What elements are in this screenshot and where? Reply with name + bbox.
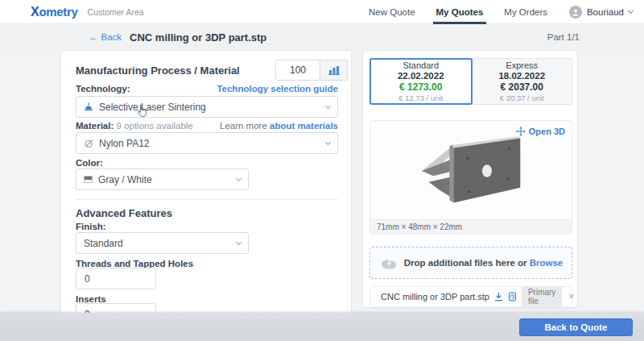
section-title: Manufacturing Process / Material [76, 64, 240, 77]
customer-area-label: Customer Area [88, 7, 144, 17]
user-menu[interactable]: Bouriaud [569, 0, 633, 24]
main-nav: New Quote My Quotes My Orders [369, 0, 547, 24]
part-indicator: Part 1/1 [547, 32, 580, 42]
shipping-option-express[interactable]: Express 18.02.2022 € 2037.00 € 20.37 / u… [472, 58, 573, 105]
material-options-hint: 9 options available [117, 121, 193, 131]
file-row: CNC milling or 3DP part.stp Primary file… [369, 286, 572, 307]
section-divider [76, 199, 338, 200]
chevron-down-icon [325, 103, 331, 109]
shipping-option-standard[interactable]: Standard 22.02.2022 € 1273.00 € 12.73 / … [369, 58, 473, 105]
shipping-name: Express [506, 60, 538, 70]
chevron-down-icon [236, 176, 242, 181]
color-value: Gray / White [98, 174, 231, 185]
shipping-unit-price: € 20.37 / unit [500, 94, 544, 102]
quantity-input[interactable] [275, 60, 320, 81]
material-label-row: Material: 9 options available Learn more… [76, 121, 338, 131]
back-arrow-icon: ← [89, 32, 98, 42]
avatar [569, 6, 582, 19]
color-select[interactable]: Gray / White [76, 168, 249, 190]
shipping-date: 18.02.2022 [498, 71, 545, 81]
chevron-down-icon [628, 8, 634, 14]
open-3d-button[interactable]: Open 3D [516, 127, 565, 136]
threads-input[interactable] [76, 268, 156, 289]
back-label: Back [101, 32, 122, 42]
part-dimensions: 71mm × 48mm × 22mm [370, 219, 572, 234]
technology-value: Selective Laser Sintering [99, 102, 320, 113]
open-3d-label: Open 3D [529, 127, 565, 136]
learn-more-text: Learn more about materials [220, 121, 338, 131]
finish-label: Finish: [76, 222, 106, 231]
material-label: Material: 9 options available [76, 121, 193, 131]
part-3d-viewer[interactable]: Open 3D 71mm × 48mm × 22mm [369, 120, 572, 235]
subheader: ← Back CNC milling or 3DP part.stp Part … [0, 24, 644, 50]
advanced-features-title: Advanced Features [76, 207, 172, 219]
finish-select[interactable]: Standard [76, 232, 249, 254]
about-materials-link[interactable]: about materials [270, 121, 338, 131]
material-value: Nylon PA12 [99, 138, 320, 149]
page-title: CNC milling or 3DP part.stp [130, 31, 266, 44]
nav-my-orders[interactable]: My Orders [504, 0, 547, 24]
sls-technology-icon [84, 102, 93, 112]
person-icon [572, 8, 580, 16]
top-header: Xometry Customer Area New Quote My Quote… [0, 0, 644, 24]
technology-label-row: Technology: Technology selection guide [76, 84, 338, 94]
bar-chart-icon [328, 65, 340, 75]
technology-label: Technology: [76, 84, 130, 94]
file-copy-button[interactable] [508, 292, 517, 301]
back-to-quote-button[interactable]: Back to Quote [519, 318, 633, 336]
logo-text: ometry [39, 5, 77, 19]
shipping-date: 22.02.2022 [398, 71, 444, 81]
move-3d-icon [516, 127, 526, 136]
configuration-panel: Manufacturing Process / Material Technol… [60, 50, 352, 341]
download-icon [494, 292, 503, 301]
shipping-name: Standard [402, 60, 439, 70]
xometry-logo[interactable]: Xometry [31, 5, 78, 19]
quantity-group [275, 60, 348, 81]
file-dropzone[interactable]: Drop additional files here or Browse [369, 247, 572, 279]
back-link[interactable]: ← Back [89, 32, 122, 42]
shipping-options: Standard 22.02.2022 € 1273.00 € 12.73 / … [369, 58, 572, 105]
shipping-price: € 1273.00 [399, 81, 442, 93]
remove-file-button[interactable]: × [568, 291, 574, 302]
technology-select[interactable]: Selective Laser Sintering [76, 96, 338, 118]
page: Xometry Customer Area New Quote My Quote… [0, 0, 644, 341]
browse-link[interactable]: Browse [530, 258, 564, 268]
drop-text: Drop additional files here or Browse [404, 258, 563, 268]
part-render [399, 131, 544, 221]
cloud-upload-icon [379, 257, 398, 269]
nav-my-quotes[interactable]: My Quotes [436, 0, 484, 24]
nav-new-quote[interactable]: New Quote [369, 0, 415, 24]
price-chart-button[interactable] [320, 60, 348, 81]
document-icon [508, 292, 517, 301]
technology-guide-link[interactable]: Technology selection guide [217, 84, 338, 94]
chevron-down-icon [325, 139, 331, 145]
finish-value: Standard [84, 238, 231, 249]
user-name: Bouriaud [587, 7, 624, 17]
color-swatch-icon [84, 176, 93, 183]
chevron-down-icon [236, 239, 242, 245]
material-select[interactable]: Nylon PA12 [76, 132, 338, 154]
shipping-unit-price: € 12.73 / unit [398, 94, 443, 102]
primary-file-badge: Primary file [522, 286, 562, 307]
bottom-action-bar: Back to Quote [0, 313, 644, 341]
part-summary-panel: Standard 22.02.2022 € 1273.00 € 12.73 / … [362, 50, 578, 308]
file-name: CNC milling or 3DP part.stp [381, 292, 489, 301]
logo-x-glyph: X [31, 5, 39, 19]
material-icon [84, 139, 93, 148]
download-file-button[interactable] [494, 292, 503, 301]
color-label: Color: [76, 158, 103, 168]
shipping-price: € 2037.00 [501, 81, 543, 93]
